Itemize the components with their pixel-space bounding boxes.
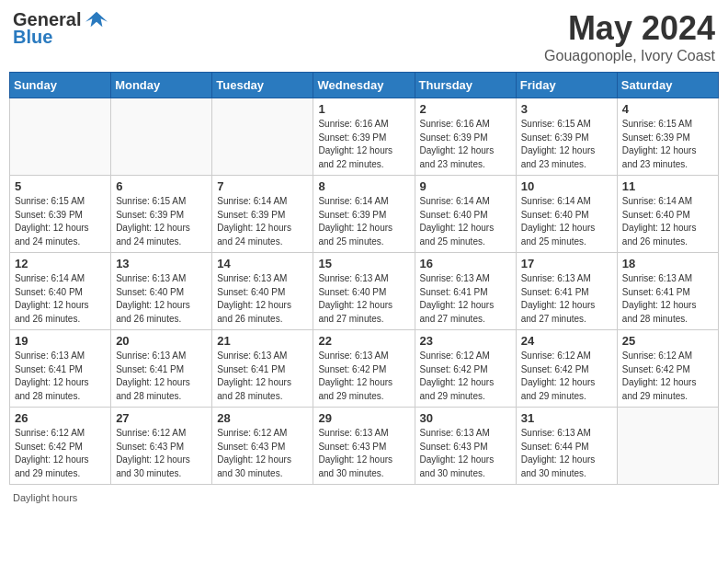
day-info: Sunrise: 6:15 AM Sunset: 6:39 PM Dayligh…	[116, 195, 207, 248]
day-info: Sunrise: 6:13 AM Sunset: 6:44 PM Dayligh…	[521, 427, 612, 480]
day-info: Sunrise: 6:14 AM Sunset: 6:40 PM Dayligh…	[15, 272, 106, 326]
calendar-cell	[111, 98, 212, 176]
day-info: Sunrise: 6:16 AM Sunset: 6:39 PM Dayligh…	[318, 118, 409, 171]
weekday-header-tuesday: Tuesday	[212, 73, 313, 98]
weekday-header-friday: Friday	[516, 73, 617, 98]
day-number: 15	[318, 257, 409, 270]
calendar-cell: 5Sunrise: 6:15 AM Sunset: 6:39 PM Daylig…	[10, 176, 111, 253]
day-info: Sunrise: 6:12 AM Sunset: 6:43 PM Dayligh…	[217, 427, 308, 480]
title-area: May 2024 Gouagonople, Ivory Coast	[544, 9, 715, 64]
day-number: 27	[116, 411, 207, 425]
calendar-cell: 7Sunrise: 6:14 AM Sunset: 6:39 PM Daylig…	[212, 176, 313, 253]
calendar-cell: 4Sunrise: 6:15 AM Sunset: 6:39 PM Daylig…	[617, 98, 718, 176]
calendar-week-3: 12Sunrise: 6:14 AM Sunset: 6:40 PM Dayli…	[10, 253, 719, 330]
day-number: 12	[15, 257, 106, 270]
calendar-cell: 3Sunrise: 6:15 AM Sunset: 6:39 PM Daylig…	[516, 98, 617, 176]
day-number: 16	[420, 257, 511, 270]
logo-bird-icon	[84, 10, 109, 30]
day-number: 6	[116, 179, 207, 193]
day-info: Sunrise: 6:12 AM Sunset: 6:43 PM Dayligh…	[116, 427, 207, 480]
day-number: 17	[521, 257, 612, 270]
calendar-week-4: 19Sunrise: 6:13 AM Sunset: 6:41 PM Dayli…	[10, 330, 719, 408]
calendar-cell: 27Sunrise: 6:12 AM Sunset: 6:43 PM Dayli…	[111, 408, 212, 485]
calendar-cell: 20Sunrise: 6:13 AM Sunset: 6:41 PM Dayli…	[111, 330, 212, 408]
calendar-cell: 1Sunrise: 6:16 AM Sunset: 6:39 PM Daylig…	[313, 98, 415, 176]
day-info: Sunrise: 6:14 AM Sunset: 6:40 PM Dayligh…	[622, 195, 713, 248]
calendar-cell: 13Sunrise: 6:13 AM Sunset: 6:40 PM Dayli…	[111, 253, 212, 330]
calendar-cell: 18Sunrise: 6:13 AM Sunset: 6:41 PM Dayli…	[617, 253, 718, 330]
day-info: Sunrise: 6:13 AM Sunset: 6:41 PM Dayligh…	[217, 350, 308, 403]
daylight-label: Daylight hours	[13, 492, 77, 503]
calendar-week-1: 1Sunrise: 6:16 AM Sunset: 6:39 PM Daylig…	[10, 98, 719, 176]
day-number: 14	[217, 257, 308, 270]
calendar-cell: 10Sunrise: 6:14 AM Sunset: 6:40 PM Dayli…	[516, 176, 617, 253]
day-info: Sunrise: 6:15 AM Sunset: 6:39 PM Dayligh…	[622, 118, 713, 171]
calendar-cell: 26Sunrise: 6:12 AM Sunset: 6:42 PM Dayli…	[10, 408, 111, 485]
calendar-cell: 30Sunrise: 6:13 AM Sunset: 6:43 PM Dayli…	[415, 408, 516, 485]
calendar-cell: 29Sunrise: 6:13 AM Sunset: 6:43 PM Dayli…	[313, 408, 415, 485]
day-info: Sunrise: 6:13 AM Sunset: 6:43 PM Dayligh…	[420, 427, 511, 480]
weekday-header-sunday: Sunday	[10, 73, 111, 98]
day-number: 7	[217, 179, 308, 193]
calendar-subtitle: Gouagonople, Ivory Coast	[544, 48, 715, 64]
day-info: Sunrise: 6:13 AM Sunset: 6:43 PM Dayligh…	[318, 427, 409, 480]
day-number: 1	[318, 102, 409, 116]
calendar-cell: 23Sunrise: 6:12 AM Sunset: 6:42 PM Dayli…	[415, 330, 516, 408]
calendar-week-2: 5Sunrise: 6:15 AM Sunset: 6:39 PM Daylig…	[10, 176, 719, 253]
day-number: 5	[15, 179, 106, 193]
footer: Daylight hours	[9, 492, 719, 503]
day-number: 4	[622, 102, 713, 116]
calendar-cell: 17Sunrise: 6:13 AM Sunset: 6:41 PM Dayli…	[516, 253, 617, 330]
day-number: 26	[15, 411, 106, 425]
calendar-cell: 19Sunrise: 6:13 AM Sunset: 6:41 PM Dayli…	[10, 330, 111, 408]
day-number: 20	[116, 334, 207, 348]
day-number: 9	[420, 179, 511, 193]
day-info: Sunrise: 6:14 AM Sunset: 6:40 PM Dayligh…	[420, 195, 511, 248]
calendar-cell: 24Sunrise: 6:12 AM Sunset: 6:42 PM Dayli…	[516, 330, 617, 408]
calendar-cell: 11Sunrise: 6:14 AM Sunset: 6:40 PM Dayli…	[617, 176, 718, 253]
weekday-header-wednesday: Wednesday	[313, 73, 415, 98]
day-number: 8	[318, 179, 409, 193]
weekday-header-monday: Monday	[111, 73, 212, 98]
day-number: 3	[521, 102, 612, 116]
day-number: 28	[217, 411, 308, 425]
calendar-cell: 2Sunrise: 6:16 AM Sunset: 6:39 PM Daylig…	[415, 98, 516, 176]
header: General Blue May 2024 Gouagonople, Ivory…	[9, 9, 719, 64]
calendar-cell	[617, 408, 718, 485]
calendar-cell: 9Sunrise: 6:14 AM Sunset: 6:40 PM Daylig…	[415, 176, 516, 253]
calendar-header: SundayMondayTuesdayWednesdayThursdayFrid…	[10, 73, 719, 98]
day-info: Sunrise: 6:13 AM Sunset: 6:41 PM Dayligh…	[420, 272, 511, 326]
day-info: Sunrise: 6:14 AM Sunset: 6:40 PM Dayligh…	[521, 195, 612, 248]
day-number: 23	[420, 334, 511, 348]
calendar-cell: 14Sunrise: 6:13 AM Sunset: 6:40 PM Dayli…	[212, 253, 313, 330]
day-number: 2	[420, 102, 511, 116]
calendar-cell: 6Sunrise: 6:15 AM Sunset: 6:39 PM Daylig…	[111, 176, 212, 253]
day-number: 25	[622, 334, 713, 348]
calendar-cell: 25Sunrise: 6:12 AM Sunset: 6:42 PM Dayli…	[617, 330, 718, 408]
calendar-table: SundayMondayTuesdayWednesdayThursdayFrid…	[9, 72, 719, 485]
calendar-cell: 22Sunrise: 6:13 AM Sunset: 6:42 PM Dayli…	[313, 330, 415, 408]
day-info: Sunrise: 6:14 AM Sunset: 6:39 PM Dayligh…	[217, 195, 308, 248]
day-number: 10	[521, 179, 612, 193]
day-info: Sunrise: 6:13 AM Sunset: 6:42 PM Dayligh…	[318, 350, 409, 403]
logo: General Blue	[13, 9, 109, 48]
calendar-week-5: 26Sunrise: 6:12 AM Sunset: 6:42 PM Dayli…	[10, 408, 719, 485]
day-number: 13	[116, 257, 207, 270]
svg-marker-0	[86, 11, 108, 27]
calendar-body: 1Sunrise: 6:16 AM Sunset: 6:39 PM Daylig…	[10, 98, 719, 485]
day-info: Sunrise: 6:13 AM Sunset: 6:40 PM Dayligh…	[217, 272, 308, 326]
weekday-header-saturday: Saturday	[617, 73, 718, 98]
calendar-cell: 16Sunrise: 6:13 AM Sunset: 6:41 PM Dayli…	[415, 253, 516, 330]
weekday-header-row: SundayMondayTuesdayWednesdayThursdayFrid…	[10, 73, 719, 98]
calendar-cell: 31Sunrise: 6:13 AM Sunset: 6:44 PM Dayli…	[516, 408, 617, 485]
day-number: 19	[15, 334, 106, 348]
day-number: 30	[420, 411, 511, 425]
calendar-cell: 21Sunrise: 6:13 AM Sunset: 6:41 PM Dayli…	[212, 330, 313, 408]
day-info: Sunrise: 6:15 AM Sunset: 6:39 PM Dayligh…	[15, 195, 106, 248]
day-info: Sunrise: 6:15 AM Sunset: 6:39 PM Dayligh…	[521, 118, 612, 171]
day-number: 24	[521, 334, 612, 348]
day-info: Sunrise: 6:13 AM Sunset: 6:41 PM Dayligh…	[116, 350, 207, 403]
day-info: Sunrise: 6:12 AM Sunset: 6:42 PM Dayligh…	[15, 427, 106, 480]
day-number: 29	[318, 411, 409, 425]
calendar-cell: 28Sunrise: 6:12 AM Sunset: 6:43 PM Dayli…	[212, 408, 313, 485]
